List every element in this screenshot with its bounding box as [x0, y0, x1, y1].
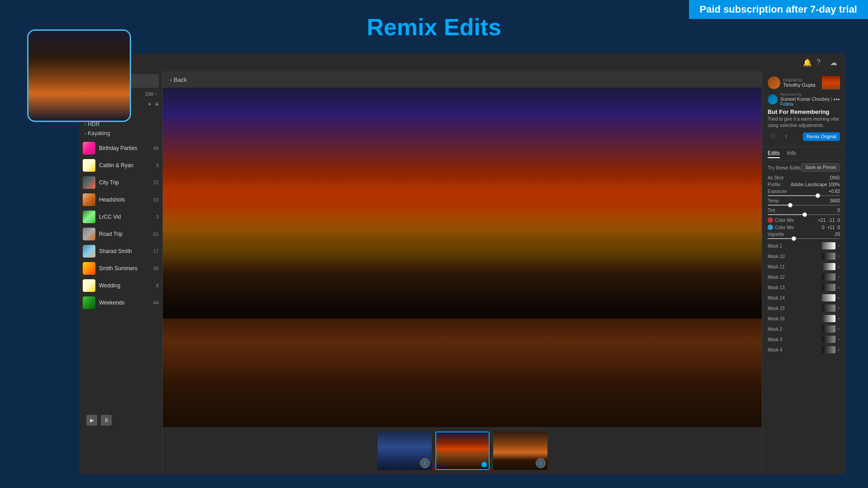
sidebar-item-sharad-smith[interactable]: Sharad Smith 17 [79, 243, 162, 260]
mask-close-icon[interactable]: × [837, 337, 840, 342]
try-edits-label: Try these Edits [768, 165, 801, 170]
mask-close-icon[interactable]: × [837, 285, 840, 290]
edit-slider-exposure[interactable] [768, 195, 840, 196]
sidebar-arrow[interactable]: › [155, 91, 157, 97]
more-options-icon[interactable]: ••• [833, 96, 840, 103]
sidebar-item-city-trip[interactable]: City Trip 37 [79, 174, 162, 191]
slider-thumb[interactable] [802, 212, 807, 217]
bell-icon[interactable]: 🔔 [803, 58, 811, 66]
album-count: 9 [156, 163, 159, 168]
vignette-value: -20 [834, 232, 840, 237]
album-name: Road Trip [99, 231, 150, 237]
slider-thumb[interactable] [788, 203, 793, 207]
sidebar-tab-actions: + ≡ [148, 100, 159, 108]
add-album-icon[interactable]: + [148, 100, 151, 108]
subscription-banner: Paid subscription after 7-day trial [689, 0, 868, 19]
edit-sliders: Exposure +0.82 Temp 3600 Tint 0 [768, 189, 840, 215]
sidebar-item-weekends[interactable]: Weekends 44 [79, 294, 162, 311]
color-mix-values-1: +21 -11 0 [818, 218, 840, 223]
tree-item-kayaking[interactable]: › Kayaking [79, 129, 162, 138]
original-author-name: Timothy Gupta [783, 82, 816, 88]
like-icon[interactable]: ♡ [768, 131, 778, 141]
mask-label: Mask 3 [768, 337, 782, 342]
mask-bar [822, 305, 835, 312]
panel-tabs: Edits Info [768, 147, 840, 160]
original-by-label: Original by [783, 78, 816, 82]
album-count: 30 [153, 266, 159, 271]
album-thumb [83, 279, 95, 292]
mask-label: Mask 2 [768, 327, 782, 332]
mask-close-icon[interactable]: × [837, 244, 840, 249]
right-panel: Original by Timothy Gupta Remixed by Sum… [762, 71, 845, 474]
color-mix-values-2: 0 +11 0 [822, 225, 840, 230]
edit-slider-tint[interactable] [768, 214, 840, 215]
mask-close-icon[interactable]: × [837, 254, 840, 259]
album-count: 48 [153, 145, 159, 151]
color-dot-red [768, 217, 773, 223]
color-mix-label-1: Color Mix [775, 218, 816, 223]
save-preset-button[interactable]: Save as Preset [801, 163, 840, 172]
mask-close-icon[interactable]: × [837, 296, 840, 300]
tab-edits[interactable]: Edits [768, 150, 780, 158]
sort-icon[interactable]: ≡ [155, 100, 159, 108]
original-author-avatar [768, 76, 780, 89]
album-name: Smith Summers [99, 265, 150, 272]
mask-close-icon[interactable]: × [837, 316, 840, 321]
mask-close-icon[interactable]: × [837, 347, 840, 352]
vignette-slider-thumb[interactable] [792, 236, 796, 241]
tab-info[interactable]: Info [787, 150, 796, 158]
sidebar-item-caitlin-&-ryan[interactable]: Caitlin & Ryan 9 [79, 157, 162, 174]
album-name: Wedding [99, 282, 152, 289]
edit-label-row: Temp 3600 [768, 198, 840, 203]
back-button[interactable]: ‹ Back [170, 76, 187, 83]
remixed-author-info: Remixed by Sumeet Kumar Choubey | Follow [780, 92, 833, 107]
sidebar-item-road-trip[interactable]: Road Trip 61 [79, 225, 162, 243]
edit-slider-temp[interactable] [768, 205, 840, 206]
mask-bar [822, 284, 835, 291]
mask-row-mask-11: Mask 11 × [768, 262, 840, 271]
sidebar-item-birthday-parties[interactable]: Birthday Parties 48 [79, 140, 162, 157]
film-thumb-2[interactable] [435, 432, 490, 470]
as-shot-value: DNG [830, 175, 840, 180]
vignette-slider-fill [768, 238, 793, 239]
sidebar-item-headshots[interactable]: Headshots 10 [79, 191, 162, 208]
film-thumb-1[interactable]: 👤 [377, 432, 432, 470]
film-thumb-3[interactable]: 👤 [493, 432, 547, 470]
slider-thumb[interactable] [816, 193, 820, 198]
edit-label: Temp [768, 198, 778, 203]
mask-close-icon[interactable]: × [837, 306, 840, 311]
remixed-author-avatar [768, 94, 778, 104]
vignette-row: Vignette -20 [768, 232, 840, 239]
featured-thumb-image [28, 31, 130, 121]
mask-row-mask-1: Mask 1 × [768, 241, 840, 250]
mask-label: Mask 11 [768, 264, 785, 269]
mask-list: Mask 1 × Mask 10 × Mask 11 × Mask 12 × M… [768, 241, 840, 354]
original-photo-thumb [822, 76, 840, 89]
sidebar-item-wedding[interactable]: Wedding 8 [79, 277, 162, 294]
share-icon[interactable]: ↑ [781, 131, 791, 141]
mask-close-icon[interactable]: × [837, 264, 840, 269]
edit-label-row: Exposure +0.82 [768, 189, 840, 194]
help-icon[interactable]: ? [816, 58, 825, 66]
water-area [163, 319, 762, 427]
mask-close-icon[interactable]: × [837, 275, 840, 280]
film-dot-2 [481, 462, 487, 467]
edit-row-temp: Temp 3600 [768, 198, 840, 206]
cloud-icon[interactable]: ☁ [830, 58, 838, 66]
mask-label: Mask 10 [768, 254, 785, 259]
edits-panel: Edits Info Try these Edits Save as Prese… [762, 147, 845, 474]
sidebar-item-lrcc-vid[interactable]: LrCC Vid 3 [79, 208, 162, 225]
album-count: 17 [153, 249, 159, 254]
album-thumb [83, 176, 95, 189]
mask-row-mask-15: Mask 15 × [768, 304, 840, 313]
sidebar-item-smith-summers[interactable]: Smith Summers 30 [79, 260, 162, 277]
mask-close-icon[interactable]: × [837, 327, 840, 332]
follow-link[interactable]: Follow [780, 102, 793, 107]
vignette-slider[interactable] [768, 238, 840, 239]
mask-bar [822, 273, 835, 281]
album-thumb [83, 245, 95, 258]
chevron-icon: › [85, 122, 86, 127]
album-count: 8 [156, 283, 159, 288]
album-name: LrCC Vid [99, 214, 152, 220]
remix-original-button[interactable]: Remix Original [803, 132, 840, 141]
